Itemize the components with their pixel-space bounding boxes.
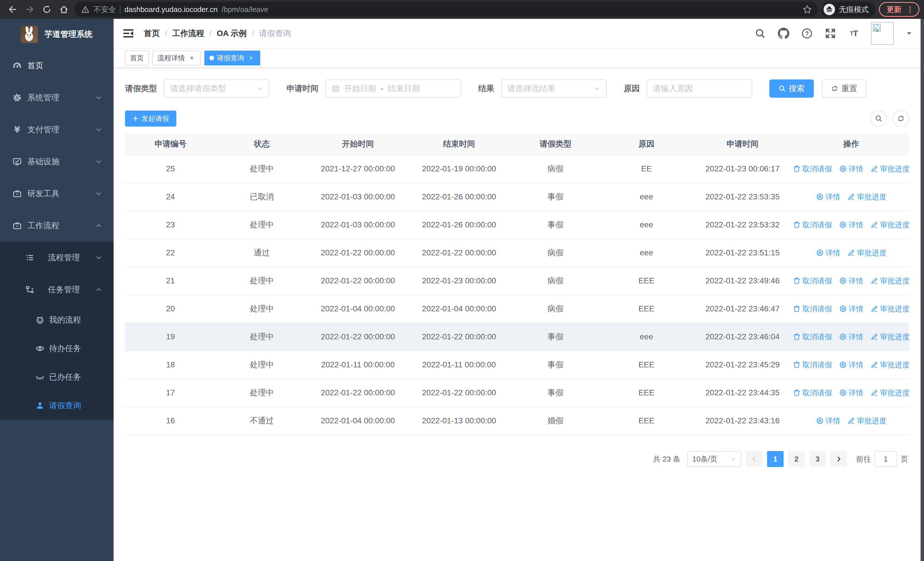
cancel-link[interactable]: 取消请假 [793, 276, 832, 286]
detail-link[interactable]: 详情 [839, 304, 864, 314]
detail-link[interactable]: 详情 [839, 220, 864, 230]
sidebar-item-home[interactable]: 首页 [0, 50, 114, 82]
detail-link[interactable]: 详情 [816, 416, 840, 426]
cancel-link[interactable]: 取消请假 [793, 164, 832, 174]
prev-page-button[interactable] [746, 451, 762, 467]
home-icon[interactable] [57, 3, 71, 16]
table-row: 23处理中2022-01-03 00:00:002022-01-26 00:00… [125, 211, 909, 239]
detail-link[interactable]: 详情 [839, 276, 864, 286]
cancel-link[interactable]: 取消请假 [793, 360, 832, 370]
cell-actions: 取消请假详情审批进度 [793, 295, 909, 323]
page-size-select[interactable]: 10条/页 [687, 451, 741, 467]
progress-link[interactable]: 审批进度 [847, 248, 886, 258]
reload-icon[interactable] [40, 3, 54, 16]
sidebar-item-leave-query[interactable]: 请假查询 [0, 391, 114, 420]
next-page-button[interactable] [830, 451, 847, 467]
progress-link[interactable]: 审批进度 [870, 332, 910, 342]
browser-menu-icon[interactable] [906, 5, 914, 14]
cancel-link[interactable]: 取消请假 [793, 388, 832, 398]
url-host: dashboard.yudao.iocoder.cn [124, 5, 218, 14]
sidebar-item-todo-tasks[interactable]: 待办任务 [0, 334, 114, 363]
sidebar-item-system[interactable]: 系统管理 [0, 82, 114, 114]
sidebar-item-infra[interactable]: 基础设施 [0, 146, 114, 177]
breadcrumb-item[interactable]: 工作流程 [172, 28, 204, 39]
reason-input[interactable]: 请输入原因 [646, 80, 752, 98]
gear-icon [12, 93, 22, 102]
search-button[interactable]: 搜索 [770, 80, 814, 98]
eye-closed-icon [35, 373, 45, 382]
browser-update-button[interactable]: 更新 [879, 2, 920, 17]
sidebar-item-process-mgmt[interactable]: 流程管理 [0, 242, 114, 274]
progress-link[interactable]: 审批进度 [870, 304, 910, 314]
tab-请假查询[interactable]: 请假查询× [204, 51, 260, 65]
refresh-table-button[interactable] [892, 110, 909, 127]
yen-icon: ¥ [12, 125, 22, 134]
github-icon[interactable] [777, 27, 790, 40]
sidebar-logo[interactable]: 芋道管理系统 [0, 19, 114, 50]
sidebar-item-label: 支付管理 [27, 124, 59, 135]
progress-link[interactable]: 审批进度 [847, 192, 886, 202]
show-search-button[interactable] [870, 110, 887, 127]
date-end-placeholder[interactable]: 结束日期 [388, 83, 420, 94]
sidebar-item-devtools[interactable]: 研发工具 [0, 177, 114, 210]
detail-link[interactable]: 详情 [816, 192, 840, 202]
avatar-caret-icon[interactable] [906, 30, 913, 37]
reset-button[interactable]: 重置 [822, 80, 866, 98]
detail-link[interactable]: 详情 [839, 164, 864, 174]
fullscreen-icon[interactable] [824, 27, 837, 40]
progress-link[interactable]: 审批进度 [870, 276, 910, 286]
progress-link[interactable]: 审批进度 [870, 388, 910, 398]
avatar[interactable] [871, 22, 894, 45]
column-header: 结束时间 [408, 133, 510, 155]
tab-close-icon[interactable]: × [247, 54, 255, 62]
detail-link[interactable]: 详情 [839, 360, 864, 370]
cancel-link[interactable]: 取消请假 [793, 220, 832, 230]
security-label[interactable]: 不安全 [94, 5, 116, 15]
breadcrumb-item[interactable]: OA 示例 [217, 28, 247, 39]
url-bar[interactable]: 不安全 dashboard.yudao.iocoder.cn/bpm/oa/le… [74, 2, 818, 17]
apply-time-range-picker[interactable]: 开始日期 - 结束日期 [325, 80, 461, 98]
window-scrollbar-edge[interactable] [921, 19, 924, 561]
detail-link[interactable]: 详情 [816, 248, 840, 258]
progress-link[interactable]: 审批进度 [870, 220, 910, 230]
cancel-link[interactable]: 取消请假 [793, 332, 832, 342]
help-icon[interactable]: ? [801, 27, 813, 40]
sidebar-item-my-process[interactable]: 我的流程 [0, 305, 114, 334]
goto-page-input[interactable]: 1 [874, 451, 897, 467]
action-label: 取消请假 [802, 360, 832, 370]
breadcrumb-item[interactable]: 首页 [144, 28, 160, 39]
sidebar-item-workflow[interactable]: 工作流程 [0, 210, 114, 242]
page-button-3[interactable]: 3 [809, 451, 826, 467]
sidebar-item-task-mgmt[interactable]: 任务管理 [0, 274, 114, 305]
tab-close-icon[interactable]: × [188, 54, 196, 62]
create-leave-button[interactable]: 发起请假 [125, 111, 176, 126]
progress-link[interactable]: 审批进度 [847, 416, 886, 426]
date-start-placeholder[interactable]: 开始日期 [344, 83, 376, 94]
tab-首页[interactable]: 首页 [125, 51, 149, 65]
leave-type-select[interactable]: 请选择请假类型 [164, 80, 269, 98]
font-size-icon[interactable]: TT [848, 27, 860, 40]
action-label: 详情 [849, 164, 864, 174]
progress-link[interactable]: 审批进度 [870, 164, 910, 174]
tab-流程详情[interactable]: 流程详情× [152, 51, 201, 65]
bookmark-star-icon[interactable] [802, 5, 812, 14]
sidebar-item-label: 请假查询 [49, 400, 81, 411]
action-label: 取消请假 [802, 332, 832, 342]
sidebar-item-payment[interactable]: ¥支付管理 [0, 114, 114, 146]
omnibox-divider [120, 5, 120, 14]
sidebar-collapse-icon[interactable] [122, 27, 135, 40]
cell-end: 2022-01-26 00:00:00 [408, 183, 510, 211]
search-icon[interactable] [754, 27, 766, 40]
sidebar-item-done-tasks[interactable]: 已办任务 [0, 363, 114, 391]
page-button-1[interactable]: 1 [767, 451, 784, 467]
cancel-link[interactable]: 取消请假 [793, 304, 832, 314]
cell-reason: EEE [601, 407, 692, 435]
update-label[interactable]: 更新 [886, 5, 902, 15]
forward-icon[interactable] [23, 3, 36, 16]
detail-link[interactable]: 详情 [839, 332, 864, 342]
page-button-2[interactable]: 2 [788, 451, 805, 467]
back-icon[interactable] [6, 3, 20, 16]
progress-link[interactable]: 审批进度 [870, 360, 910, 370]
detail-link[interactable]: 详情 [839, 388, 864, 398]
result-select[interactable]: 请选择流结果 [501, 80, 607, 98]
